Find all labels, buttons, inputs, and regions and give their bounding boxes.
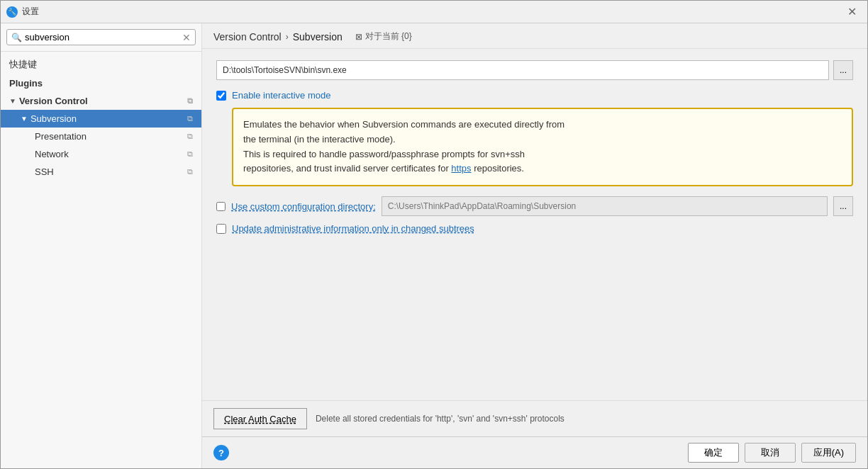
settings-window: 🔧 设置 ✕ 🔍 ✕ 快捷键 Plugins (0, 0, 868, 469)
clear-cache-button[interactable]: Clear Auth Cache (213, 408, 307, 429)
info-line2: the terminal (in the interactive mode). (243, 134, 396, 145)
window-title: 设置 (22, 6, 842, 18)
search-box: 🔍 ✕ (1, 23, 201, 52)
cancel-button[interactable]: 取消 (745, 443, 796, 463)
svn-path-input[interactable] (216, 60, 829, 80)
interactive-mode-info-box: Emulates the behavior when Subversion co… (232, 108, 853, 186)
interactive-mode-checkbox[interactable] (216, 91, 226, 101)
help-button[interactable]: ? (213, 445, 229, 460)
nav-list: 快捷键 Plugins ▼ Version Control ⧉ ▼ Subver… (1, 52, 201, 468)
update-admin-checkbox[interactable] (216, 224, 226, 234)
interactive-mode-label[interactable]: Enable interactive mode (232, 90, 330, 101)
config-dir-label[interactable]: Use custom configuration directory: (231, 201, 376, 212)
sidebar-item-kuaijiejian[interactable]: 快捷键 (1, 55, 201, 74)
interactive-mode-row: Enable interactive mode (216, 90, 853, 101)
update-admin-label[interactable]: Update administrative information only i… (232, 223, 474, 234)
footer-description: Delete all stored credentials for 'http'… (316, 414, 564, 424)
sidebar-item-ssh[interactable]: SSH ⧉ (1, 163, 201, 181)
clear-icon[interactable]: ✕ (182, 33, 191, 43)
config-dir-row: Use custom configuration directory: ... (216, 196, 853, 216)
breadcrumb-current: Subversion (293, 31, 343, 43)
sidebar: 🔍 ✕ 快捷键 Plugins ▼ Version Control (1, 23, 202, 468)
sidebar-item-plugins[interactable]: Plugins (1, 74, 201, 92)
breadcrumb-scope: ⊠ 对于当前 {0} (355, 30, 412, 43)
copy-icon: ⧉ (187, 96, 193, 106)
scope-label: 对于当前 {0} (365, 30, 412, 43)
info-line3: This is required to handle password/pass… (243, 149, 525, 159)
apply-button[interactable]: 应用(A) (801, 443, 856, 463)
expand-arrow-sub-icon: ▼ (21, 115, 28, 123)
right-panel: Version Control › Subversion ⊠ 对于当前 {0} … (202, 23, 867, 468)
config-dir-browse-button[interactable]: ... (833, 196, 853, 216)
config-dir-checkbox[interactable] (216, 202, 226, 211)
subversion-copy-icon: ⧉ (187, 114, 193, 123)
search-input[interactable] (25, 32, 179, 43)
sidebar-item-network[interactable]: Network ⧉ (1, 145, 201, 163)
app-icon: 🔧 (6, 6, 18, 18)
main-content: 🔍 ✕ 快捷键 Plugins ▼ Version Control (1, 23, 867, 468)
breadcrumb-parent: Version Control (213, 31, 282, 43)
svn-path-row: ... (216, 60, 853, 80)
sidebar-item-subversion[interactable]: ▼ Subversion ⧉ (1, 110, 201, 128)
breadcrumb-bar: Version Control › Subversion ⊠ 对于当前 {0} (202, 23, 867, 49)
sidebar-item-presentation[interactable]: Presentation ⧉ (1, 128, 201, 145)
bottom-bar-left: ? (213, 445, 682, 460)
scope-icon: ⊠ (355, 32, 362, 42)
info-line4b: repositories. (472, 163, 524, 174)
ok-button[interactable]: 确定 (688, 443, 739, 463)
config-dir-input[interactable] (382, 196, 828, 216)
update-admin-row: Update administrative information only i… (216, 223, 853, 234)
title-bar: 🔧 设置 ✕ (1, 1, 867, 23)
breadcrumb-arrow: › (286, 32, 289, 42)
search-icon: 🔍 (11, 33, 22, 43)
info-line1: Emulates the behavior when Subversion co… (243, 119, 564, 130)
settings-body: ... Enable interactive mode Emulates the… (202, 49, 867, 400)
dialog-buttons: ? 确定 取消 应用(A) (202, 436, 867, 468)
network-copy-icon: ⧉ (187, 149, 193, 159)
sidebar-item-version-control[interactable]: ▼ Version Control ⧉ (1, 92, 201, 110)
presentation-copy-icon: ⧉ (187, 132, 193, 141)
footer-bar: Clear Auth Cache Delete all stored crede… (202, 400, 867, 436)
https-link[interactable]: https (451, 163, 471, 174)
info-line4a: repositories, and trust invalid server c… (243, 163, 451, 174)
expand-arrow-icon: ▼ (9, 97, 16, 105)
close-button[interactable]: ✕ (842, 2, 862, 22)
ssh-copy-icon: ⧉ (187, 167, 193, 176)
svn-path-browse-button[interactable]: ... (833, 60, 853, 80)
search-wrapper: 🔍 ✕ (6, 29, 196, 45)
